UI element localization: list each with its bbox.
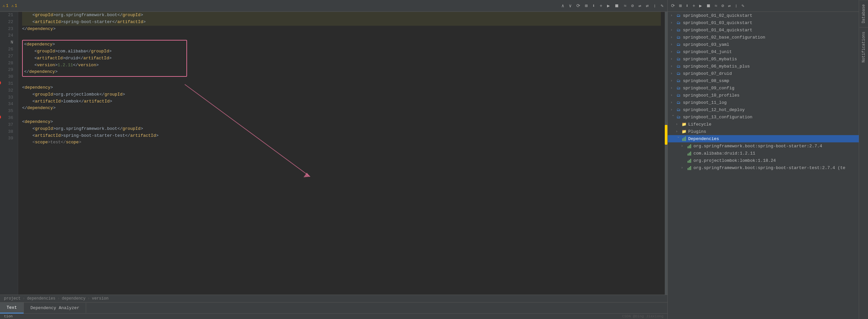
tree-arrow: › — [671, 64, 676, 68]
breadcrumb-dependencies: dependencies — [27, 296, 55, 301]
run-icon[interactable]: ▶ — [606, 2, 611, 9]
rt-expand-icon[interactable]: ⊞ — [678, 2, 683, 9]
tree-label: springboot_04_junit — [683, 49, 856, 55]
line-35: 35 — [3, 108, 15, 115]
tree-arrow: › — [671, 13, 676, 17]
module-icon: 🗂 — [676, 49, 682, 55]
side-tab-notifications[interactable]: Notifications — [860, 27, 868, 67]
rt-refresh-icon[interactable]: ⟳ — [670, 2, 676, 9]
tab-text[interactable]: Text — [0, 303, 24, 313]
tree-item-springboot-10[interactable]: › 🗂 springboot_10_profiles — [668, 92, 859, 99]
tree-item-springboot-04[interactable]: › 🗂 springboot_04_junit — [668, 48, 859, 56]
tree-arrow: › — [671, 35, 676, 39]
line-36: 36 🔴 — [3, 115, 15, 121]
tree-item-springboot-12[interactable]: › 🗂 springboot_12_hot_deploy — [668, 106, 859, 113]
rt-stop-icon[interactable]: ⏹ — [705, 3, 712, 9]
tree-item-springboot-01-02[interactable]: › 🗂 springboot_01_02_quickstart — [668, 12, 859, 19]
tree-item-dep-spring-boot-starter[interactable]: › org.springframework.boot:spring-boot-s… — [668, 142, 859, 150]
line-21: 21 — [3, 12, 15, 19]
refresh-icon[interactable]: ⟳ — [575, 2, 582, 9]
tree-arrow: › — [681, 144, 686, 148]
rt-swap-icon[interactable]: ⇌ — [727, 2, 732, 9]
warning-icon: ⚠ — [3, 3, 5, 8]
tree-item-springboot-09[interactable]: › 🗂 springboot_09_config — [668, 84, 859, 92]
folder-icon: 📁 — [681, 121, 687, 127]
tree-label: springboot_05_mybatis — [683, 57, 856, 62]
code-line-21: <groupId>org.springframework.boot</group… — [22, 12, 661, 19]
stop-icon[interactable]: ⏹ — [613, 3, 620, 9]
tree-item-springboot-08[interactable]: › 🗂 springboot_08_ssmp — [668, 77, 859, 84]
tree-label: springboot_01_04_quickstart — [683, 28, 856, 33]
module-icon: 🗂 — [676, 78, 682, 83]
edit-icon[interactable]: ✎ — [659, 2, 665, 9]
code-line-34: </dependency> — [22, 105, 661, 112]
code-area: 21 22 23 24 N 26 27 28 29 30 31 🔴 32 33 … — [0, 12, 668, 295]
rt-diff-icon[interactable]: ≈ — [713, 3, 718, 9]
tree-label: springboot_11_log — [683, 100, 856, 105]
dependencies-icon — [681, 136, 687, 141]
code-line-36: <dependency> — [22, 119, 661, 126]
line-27: 27 — [3, 53, 15, 60]
nav-up-icon[interactable]: ∧ — [560, 2, 565, 9]
swap-icon[interactable]: ⇌ — [637, 2, 642, 9]
code-line-25: <dependency> — [24, 41, 185, 48]
tree-label: Plugins — [688, 129, 856, 134]
code-content[interactable]: <groupId>org.springframework.boot</group… — [18, 12, 665, 295]
side-tab-database[interactable]: Database — [860, 0, 868, 27]
expand-icon[interactable]: ⊞ — [584, 2, 589, 9]
tree-item-springboot-11[interactable]: › 🗂 springboot_11_log — [668, 99, 859, 106]
rt-add-icon[interactable]: + — [691, 3, 696, 9]
rt-cancel-icon[interactable]: ⊘ — [720, 2, 725, 9]
code-line-23: </dependency> — [22, 26, 661, 33]
tree-item-springboot-05[interactable]: › 🗂 springboot_05_mybatis — [668, 56, 859, 63]
editor-toolbar: ⚠ 1 ⚠ 1 ∧ ∨ ⟳ ⊞ ⬇ + ▶ ⏹ ≈ ⊘ ⇌ ⇄ ↕ ✎ — [0, 0, 668, 12]
module-icon: 🗂 — [676, 71, 682, 76]
tree-item-dep-druid[interactable]: › com.alibaba:druid:1.2.11 — [668, 150, 859, 157]
tree-item-springboot-06[interactable]: › 🗂 springboot_06_mybatis_plus — [668, 63, 859, 70]
cancel-icon[interactable]: ⊘ — [630, 2, 635, 9]
tree-label: springboot_02_base_configuration — [683, 35, 856, 40]
line-23: 23 — [3, 26, 15, 33]
tree-arrow: › — [671, 50, 676, 54]
download-icon[interactable]: ⬇ — [591, 2, 596, 9]
sort-icon[interactable]: ⇄ — [645, 2, 650, 9]
tree-item-dep-spring-starter-test[interactable]: › org.springframework.boot:spring-boot-s… — [668, 164, 859, 171]
rt-sort-icon[interactable]: ↕ — [734, 3, 739, 9]
tree-item-lifecycle[interactable]: › 📁 Lifecycle — [668, 120, 859, 128]
line-38: 38 — [3, 129, 15, 136]
line-numbers: 21 22 23 24 N 26 27 28 29 30 31 🔴 32 33 … — [0, 12, 18, 295]
code-line-33: <artifactId>lombok</artifactId> — [22, 98, 661, 105]
status-bar: tion CSDN @Ding Jiaxiong — [0, 313, 668, 319]
tree-item-springboot-13[interactable]: › 🗂 springboot_13_configuration — [668, 113, 859, 120]
status-text: tion — [4, 314, 12, 318]
rt-run-icon[interactable]: ▶ — [698, 2, 703, 9]
rt-edit-icon[interactable]: ✎ — [740, 2, 745, 9]
nav-down-icon[interactable]: ∨ — [567, 2, 573, 9]
code-line-35 — [22, 112, 661, 119]
editor-scrollbar[interactable] — [665, 12, 668, 295]
line-31: 31 🔴 — [3, 80, 15, 87]
line-24: 24 — [3, 32, 15, 39]
tree-item-springboot-01-03[interactable]: › 🗂 springboot_01_03_quickstart — [668, 19, 859, 26]
tree-item-springboot-07[interactable]: › 🗂 springboot_07_druid — [668, 70, 859, 77]
tree-arrow: › — [671, 21, 676, 25]
add-icon[interactable]: + — [598, 3, 604, 9]
tree-item-springboot-02[interactable]: › 🗂 springboot_02_base_configuration — [668, 34, 859, 41]
copyright-text: CSDN @Ding Jiaxiong — [622, 314, 663, 318]
tab-dependency-analyzer[interactable]: Dependency Analyzer — [24, 303, 86, 313]
folder-icon: 📁 — [681, 129, 687, 134]
tree-item-springboot-03[interactable]: › 🗂 springboot_03_yaml — [668, 41, 859, 48]
tree-area[interactable]: › 🗂 springboot_01_02_quickstart › 🗂 spri… — [668, 12, 859, 319]
tree-item-dep-lombok[interactable]: › org.projectlombok:lombok:1.18.24 — [668, 157, 859, 164]
line-34: 34 — [3, 101, 15, 108]
warning-count: 1 — [6, 4, 8, 8]
module-icon: 🗂 — [676, 27, 682, 33]
error-icon: ⚠ — [11, 3, 13, 8]
tree-item-springboot-01-04[interactable]: › 🗂 springboot_01_04_quickstart — [668, 26, 859, 34]
tree-item-plugins[interactable]: › 📁 Plugins — [668, 128, 859, 135]
diff-icon[interactable]: ≈ — [622, 3, 627, 9]
rt-download-icon[interactable]: ⬇ — [684, 2, 689, 9]
pin-icon[interactable]: ↕ — [652, 3, 657, 9]
line-29: 29 — [3, 67, 15, 73]
tree-item-dependencies[interactable]: › Dependencies — [668, 135, 859, 142]
